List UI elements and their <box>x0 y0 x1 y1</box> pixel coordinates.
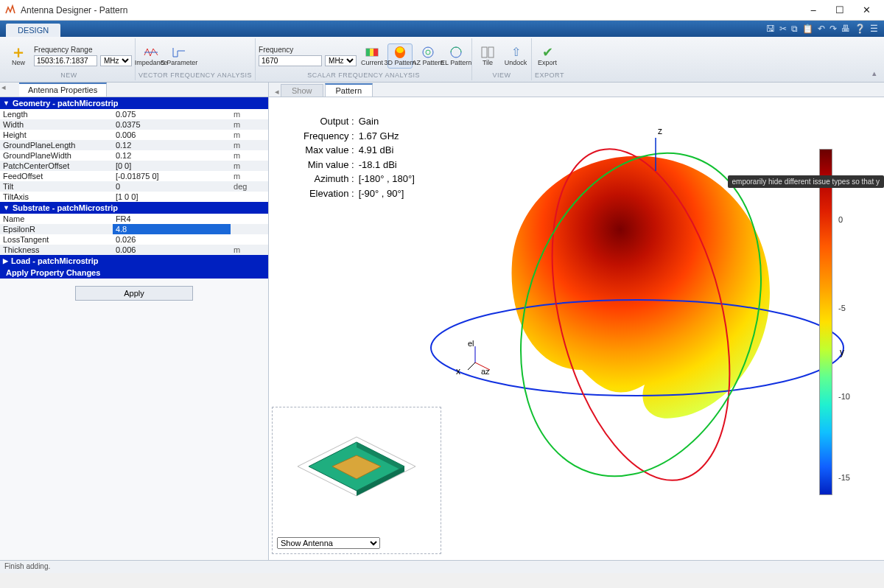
svg-text:el: el <box>468 339 474 348</box>
save-icon[interactable]: 🖫 <box>766 24 775 34</box>
export-button[interactable]: ✔ Export <box>535 44 560 68</box>
geometry-table[interactable]: Length0.075mWidth0.0375mHeight0.006mGrou… <box>0 109 268 202</box>
freq-range-input[interactable] <box>34 55 97 66</box>
3d-pattern-button[interactable]: 3D Pattern <box>387 43 413 69</box>
property-row[interactable]: TiltAxis[1 0 0] <box>0 192 268 202</box>
svg-text:x: x <box>456 366 460 377</box>
current-button[interactable]: Current <box>359 44 385 68</box>
sparam-icon <box>172 46 186 59</box>
property-row[interactable]: GroundPlaneWidth0.12m <box>0 150 268 161</box>
svg-rect-3 <box>370 49 373 56</box>
scroll-tab-left-icon[interactable]: ◂ <box>273 87 281 97</box>
tooltip: emporarily hide different issue types so… <box>728 175 884 188</box>
property-row[interactable]: Length0.075m <box>0 109 268 119</box>
impedance-icon <box>144 46 158 59</box>
collapse-icon: ▼ <box>3 99 10 107</box>
property-row[interactable]: Tilt0deg <box>0 181 268 192</box>
property-row[interactable]: Height0.006m <box>0 130 268 140</box>
redo-icon[interactable]: ↷ <box>829 24 837 34</box>
title-bar: Antenna Designer - Pattern ‒ ☐ ✕ <box>0 0 884 21</box>
tile-button[interactable]: Tile <box>475 44 500 68</box>
svg-point-8 <box>426 50 430 55</box>
freq-input[interactable] <box>259 55 322 66</box>
tab-pattern[interactable]: Pattern <box>325 83 373 97</box>
colorbar: 0 -5 -10 -15 <box>819 149 832 495</box>
minimize-button[interactable]: ‒ <box>800 1 827 19</box>
az-pattern-button[interactable]: AZ Pattern <box>415 44 441 68</box>
collapse-ribbon-icon[interactable]: ▴ <box>868 66 881 80</box>
scroll-tab-left-icon[interactable]: ◂ <box>0 83 7 97</box>
work-area: ◂ Antenna Properties ▼Geometry - patchMi… <box>0 83 884 560</box>
svg-rect-11 <box>488 47 494 57</box>
property-row[interactable]: FeedOffset[-0.01875 0]m <box>0 171 268 181</box>
property-row[interactable]: EpsilonR4.8 <box>0 224 268 234</box>
antenna-geometry-icon <box>287 426 427 514</box>
section-substrate[interactable]: ▼Substrate - patchMicrostrip <box>0 202 268 214</box>
status-bar: Finish adding. <box>0 560 884 573</box>
svg-rect-2 <box>366 49 370 56</box>
apply-button[interactable]: Apply <box>75 286 193 301</box>
close-button[interactable]: ✕ <box>853 1 880 19</box>
svg-point-7 <box>423 47 433 57</box>
menu-icon[interactable]: ☰ <box>870 24 878 34</box>
svg-rect-4 <box>373 49 378 56</box>
properties-panel: ◂ Antenna Properties ▼Geometry - patchMi… <box>0 83 269 560</box>
el-pattern-button[interactable]: EL Pattern <box>443 44 469 68</box>
quick-access-icons: 🖫 ✂ ⧉ 📋 ↶ ↷ 🖶 ❔ ☰ <box>766 21 884 37</box>
ribbon-tab-row: DESIGN 🖫 ✂ ⧉ 📋 ↶ ↷ 🖶 ❔ ☰ <box>0 21 884 37</box>
sparameter-button[interactable]: S Parameter <box>166 44 192 68</box>
freq-range-unit[interactable]: MHz <box>100 55 132 66</box>
expand-icon: ▶ <box>3 257 8 265</box>
svg-point-6 <box>396 47 404 53</box>
plot-area[interactable]: Output :Gain Frequency :1.67 GHz Max val… <box>269 97 884 560</box>
freq-range-label: Frequency Range <box>34 46 93 54</box>
undock-icon: ⇧ <box>508 46 523 59</box>
property-row[interactable]: GroundPlaneLength0.12m <box>0 140 268 150</box>
collapse-icon: ▼ <box>3 204 10 211</box>
svg-text:az: az <box>481 367 490 376</box>
maximize-button[interactable]: ☐ <box>827 1 853 19</box>
tab-show[interactable]: Show <box>281 84 323 97</box>
freq-unit[interactable]: MHz <box>325 55 357 66</box>
export-icon: ✔ <box>540 46 555 59</box>
toolstrip: ＋ New Frequency Range MHz NEW Impedance … <box>0 37 884 83</box>
cut-icon[interactable]: ✂ <box>779 24 787 34</box>
window-title: Antenna Designer - Pattern <box>21 5 800 15</box>
current-icon <box>365 46 379 59</box>
canvas-area: ◂ Show Pattern Output :Gain Frequency :1… <box>269 83 884 560</box>
svg-text:y: y <box>840 347 844 357</box>
property-row[interactable]: NameFR4 <box>0 214 268 224</box>
tab-antenna-properties[interactable]: Antenna Properties <box>19 83 107 97</box>
help-icon[interactable]: ❔ <box>855 24 866 34</box>
az-pattern-icon <box>421 46 435 59</box>
plot-info: Output :Gain Frequency :1.67 GHz Max val… <box>302 113 416 201</box>
svg-text:z: z <box>658 126 662 136</box>
antenna-preview: Show Antenna <box>272 407 441 554</box>
property-row[interactable]: LossTangent0.026 <box>0 234 268 245</box>
svg-rect-10 <box>482 47 487 57</box>
property-row[interactable]: PatchCenterOffset[0 0]m <box>0 161 268 171</box>
paste-icon[interactable]: 📋 <box>802 24 813 34</box>
copy-icon[interactable]: ⧉ <box>791 24 798 34</box>
property-row[interactable]: Width0.0375m <box>0 119 268 130</box>
freq-label: Frequency <box>259 46 293 54</box>
antenna-view-select[interactable]: Show Antenna <box>277 537 380 549</box>
plus-icon: ＋ <box>11 46 26 59</box>
tile-icon <box>480 46 495 59</box>
substrate-table[interactable]: NameFR4EpsilonR4.8LossTangent0.026Thickn… <box>0 214 268 255</box>
apply-header: Apply Property Changes <box>0 267 268 279</box>
property-row[interactable]: Thickness0.006m <box>0 245 268 255</box>
radiation-pattern-plot[interactable]: x y z el az <box>424 112 880 495</box>
new-button[interactable]: ＋ New <box>6 44 31 68</box>
app-logo-icon <box>4 4 16 16</box>
tab-design[interactable]: DESIGN <box>6 24 60 37</box>
svg-line-15 <box>468 363 475 370</box>
3d-pattern-icon <box>393 46 407 59</box>
section-load[interactable]: ▶Load - patchMicrostrip <box>0 255 268 267</box>
undo-icon[interactable]: ↶ <box>818 24 825 34</box>
print-icon[interactable]: 🖶 <box>841 24 850 34</box>
undock-button[interactable]: ⇧ Undock <box>503 44 528 68</box>
section-geometry[interactable]: ▼Geometry - patchMicrostrip <box>0 97 268 109</box>
el-pattern-icon <box>449 46 463 59</box>
